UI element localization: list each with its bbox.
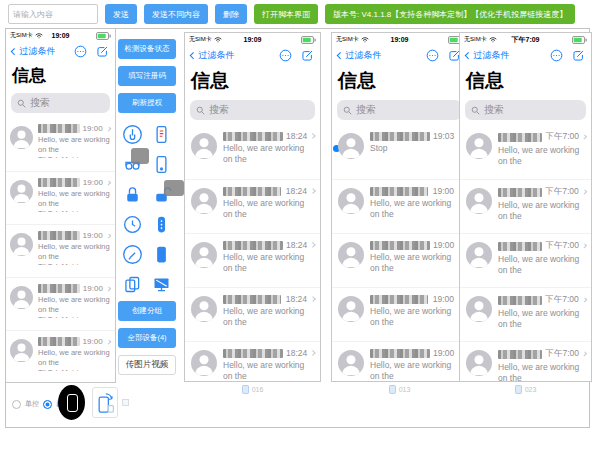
- message-preview-line1: Hello, we are working on the: [498, 200, 586, 222]
- contact-name-blurred: [498, 133, 542, 142]
- person-icon: [191, 188, 217, 214]
- phone-status-icon[interactable]: [151, 124, 172, 145]
- person-icon: [10, 339, 33, 362]
- message-row[interactable]: 18:24Hello, we are working on theTikTok …: [185, 233, 320, 287]
- more-icon[interactable]: [74, 45, 87, 58]
- device-id-label[interactable]: 013: [331, 385, 468, 394]
- message-row[interactable]: 19:00Hello, we are working on theTikTok …: [6, 224, 115, 277]
- send-media-button[interactable]: 传图片视频: [118, 355, 176, 375]
- fill-register-code-button[interactable]: 填写注册码: [118, 66, 176, 86]
- home-button[interactable]: [58, 385, 85, 420]
- tool-row-5: [118, 241, 176, 267]
- device-id-label[interactable]: 016: [184, 385, 321, 394]
- device-phone-icon[interactable]: [242, 385, 249, 394]
- message-row[interactable]: 18:24Hello, we are working on theTikTok …: [185, 125, 320, 179]
- message-time: 19:00: [83, 337, 103, 346]
- contact-name-blurred: [38, 284, 80, 293]
- back-button[interactable]: 过滤条件: [12, 45, 56, 58]
- message-row[interactable]: 19:00Hello, we are working on theTikTok …: [332, 233, 467, 287]
- remote-control-icon[interactable]: [151, 214, 172, 235]
- contact-name-blurred: [223, 295, 281, 304]
- message-preview-line2: TikTok Matrix customer acq...: [370, 328, 462, 329]
- phone-mirror-icon[interactable]: [151, 154, 172, 175]
- group-control-radio[interactable]: [43, 400, 52, 409]
- message-row[interactable]: 19:00Hello, we are working on theTikTok …: [332, 179, 467, 233]
- create-group-button[interactable]: 创建分组: [118, 301, 176, 321]
- device-screen-2[interactable]: 无SIM卡19:09过滤条件信息搜索18:24Hello, we are wor…: [184, 32, 321, 382]
- device-screen-3[interactable]: 无SIM卡19:09过滤条件信息搜索19:03Stop19:00Hello, w…: [331, 32, 468, 382]
- back-button[interactable]: 过滤条件: [466, 49, 510, 62]
- person-icon: [466, 350, 492, 376]
- avatar: [466, 350, 492, 376]
- open-script-button[interactable]: 打开脚本界面: [254, 4, 318, 24]
- message-preview-line2: TikTok Matrix customer acq...: [223, 274, 315, 275]
- compose-icon[interactable]: [572, 49, 585, 62]
- nav-bar: 过滤条件: [185, 46, 320, 65]
- search-icon: [17, 99, 26, 108]
- refresh-auth-button[interactable]: 刷新授权: [118, 93, 176, 113]
- rotate-screen-icon[interactable]: [92, 387, 118, 418]
- compose-icon[interactable]: [301, 49, 314, 62]
- all-devices-button[interactable]: 全部设备(4): [118, 328, 176, 348]
- search-bar[interactable]: 搜索: [190, 100, 315, 120]
- touch-icon[interactable]: [122, 124, 143, 145]
- message-row[interactable]: 19:00Hello, we are working on theTikTok …: [6, 171, 115, 224]
- avatar: [10, 286, 33, 309]
- person-icon: [10, 286, 33, 309]
- lock-icon[interactable]: [122, 184, 143, 205]
- more-icon[interactable]: [550, 49, 563, 62]
- contact-name-blurred: [370, 132, 430, 141]
- message-row[interactable]: 19:00Hello, we are working on theTikTok …: [6, 277, 115, 330]
- message-row[interactable]: 18:24Hello, we are working on theTikTok …: [185, 179, 320, 233]
- copy-files-icon[interactable]: [122, 274, 143, 295]
- message-row[interactable]: 下午7:00Hello, we are working on theTikTok…: [460, 233, 591, 287]
- message-row[interactable]: 19:03Stop: [332, 125, 467, 179]
- message-preview-line2: TikTok Matrix customer acq...: [38, 262, 110, 265]
- search-bar[interactable]: 搜索: [465, 100, 586, 120]
- chevron-left-icon: [190, 52, 196, 58]
- device-phone-icon[interactable]: [515, 385, 522, 394]
- message-row[interactable]: 18:24Hello, we are working on theTikTok …: [185, 287, 320, 341]
- phone-filled-icon[interactable]: [151, 244, 172, 265]
- status-bar: 无SIM卡19:09: [6, 29, 115, 42]
- avatar: [191, 296, 217, 322]
- back-button[interactable]: 过滤条件: [191, 49, 235, 62]
- contact-name-blurred: [498, 242, 542, 251]
- tooltip-overlay: [131, 148, 149, 164]
- mini-checkbox[interactable]: [122, 399, 129, 406]
- avatar: [338, 188, 364, 214]
- message-row[interactable]: 19:00Hello, we are working on theTikTok …: [332, 287, 467, 341]
- send-different-button[interactable]: 发送不同内容: [144, 4, 208, 24]
- back-button[interactable]: 过滤条件: [338, 49, 382, 62]
- device-screen-4[interactable]: 无SIM卡下午7:09过滤条件信息搜索下午7:00Hello, we are w…: [459, 32, 592, 382]
- chevron-left-icon: [11, 48, 17, 54]
- delete-button[interactable]: 删除: [215, 4, 247, 24]
- contact-name-blurred: [38, 124, 80, 133]
- message-preview-line2: TikTok Matrix customer acq...: [223, 220, 315, 221]
- search-bar[interactable]: 搜索: [337, 100, 462, 120]
- clock-icon[interactable]: [122, 214, 143, 235]
- brush-icon[interactable]: [122, 244, 143, 265]
- device-screen-1[interactable]: 无SIM卡19:09过滤条件信息搜索19:00Hello, we are wor…: [6, 29, 116, 383]
- message-input[interactable]: [8, 4, 98, 24]
- more-icon[interactable]: [426, 49, 439, 62]
- search-bar[interactable]: 搜索: [11, 93, 110, 113]
- more-icon[interactable]: [279, 49, 292, 62]
- message-row[interactable]: 下午7:00Hello, we are working on theTikTok…: [460, 125, 591, 179]
- message-row[interactable]: 18:24Hello, we are working on theTikTok …: [185, 341, 320, 381]
- single-control-radio[interactable]: [12, 400, 21, 409]
- message-row[interactable]: 19:00Hello, we are working on theTikTok …: [332, 341, 467, 381]
- message-row[interactable]: 19:00Hello, we are working on theTikTok …: [6, 330, 115, 382]
- message-preview-line1: Hello, we are working on the: [38, 189, 110, 209]
- screen-off-icon[interactable]: [151, 274, 172, 295]
- device-phone-icon[interactable]: [389, 385, 396, 394]
- check-device-status-button[interactable]: 检测设备状态: [118, 39, 176, 59]
- page-title: 信息: [6, 61, 115, 89]
- message-row[interactable]: 19:00Hello, we are working on theTikTok …: [6, 118, 115, 171]
- device-id-label[interactable]: 023: [459, 385, 592, 394]
- compose-icon[interactable]: [96, 45, 109, 58]
- send-button[interactable]: 发送: [105, 4, 137, 24]
- message-row[interactable]: 下午7:00Hello, we are working on theTikTok…: [460, 179, 591, 233]
- message-row[interactable]: 下午7:00Hello, we are working on theTikTok…: [460, 341, 591, 381]
- message-row[interactable]: 下午7:00Hello, we are working on theTikTok…: [460, 287, 591, 341]
